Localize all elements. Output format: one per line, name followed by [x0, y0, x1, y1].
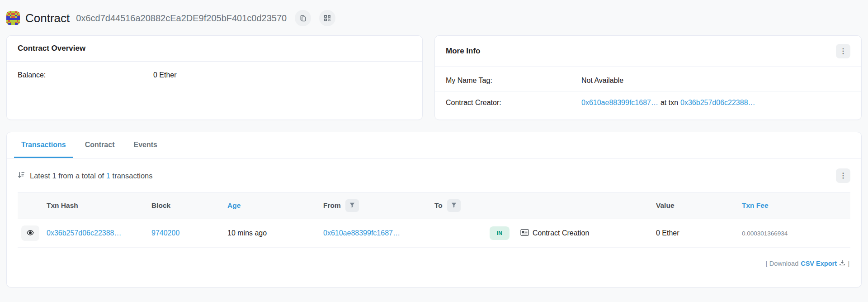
name-tag-row: My Name Tag: Not Available [435, 70, 861, 91]
kebab-icon: ⋮ [840, 172, 847, 179]
contract-creator-value: 0x610ae88399fc1687…at txn0x36b257d06c223… [581, 99, 755, 107]
creator-infix: at txn [660, 99, 678, 106]
age-toggle-link[interactable]: Age [227, 201, 241, 210]
block-link[interactable]: 9740200 [151, 229, 179, 237]
to-filter-button[interactable] [447, 199, 461, 212]
more-info-title: More Info [446, 47, 481, 56]
download-prefix: [ Download [766, 260, 799, 267]
cell-age: 10 mins ago [224, 223, 320, 244]
contract-overview-title: Contract Overview [18, 44, 85, 53]
top-cards-row: Contract Overview Balance: 0 Ether More … [6, 35, 862, 120]
more-info-body: My Name Tag: Not Available Contract Crea… [435, 67, 861, 116]
from-filter-button[interactable] [345, 199, 359, 212]
more-info-menu-button[interactable]: ⋮ [836, 44, 850, 58]
cell-txn-fee: 0.000301366934 [738, 224, 850, 243]
contract-address: 0x6cd7d44516a20882cEa2DE9f205bF401c0d235… [76, 13, 287, 24]
transactions-menu-button[interactable]: ⋮ [836, 168, 850, 183]
balance-value: 0 Ether [153, 71, 177, 79]
col-block: Block [148, 195, 224, 216]
download-suffix: ] [848, 260, 849, 267]
filter-funnel-icon [349, 202, 355, 209]
tab-events[interactable]: Events [126, 132, 164, 158]
contract-identicon [6, 11, 20, 25]
txn-hash-link[interactable]: 0x36b257d06c22388… [47, 229, 121, 237]
from-address-link[interactable]: 0x610ae88399fc1687… [323, 229, 400, 237]
summary-prefix: Latest 1 from a total of [30, 172, 104, 180]
qr-code-button[interactable] [319, 10, 335, 26]
transactions-summary-row: Latest 1 from a total of 1 transactions … [18, 168, 850, 183]
transactions-content: Latest 1 from a total of 1 transactions … [7, 158, 861, 267]
contract-creator-label: Contract Creator: [446, 99, 581, 107]
col-from-label: From [323, 201, 341, 210]
sort-amount-down-icon [18, 171, 25, 181]
tab-contract[interactable]: Contract [78, 132, 122, 158]
download-icon [839, 259, 845, 267]
direction-in-badge: IN [490, 226, 509, 240]
creator-txn-link[interactable]: 0x36b257d06c22388… [680, 99, 755, 106]
balance-row: Balance: 0 Ether [7, 64, 422, 86]
contract-overview-card: Contract Overview Balance: 0 Ether [6, 35, 423, 120]
eye-icon [27, 230, 34, 237]
col-age: Age [224, 195, 320, 216]
col-txn-fee: Txn Fee [738, 195, 850, 216]
contract-overview-header: Contract Overview [7, 36, 422, 62]
tab-bar: Transactions Contract Events [7, 132, 861, 158]
col-value: Value [652, 195, 738, 216]
csv-export-link[interactable]: CSV Export [801, 259, 845, 267]
more-info-header: More Info ⋮ [435, 36, 861, 67]
creator-address-link[interactable]: 0x610ae88399fc1687… [581, 99, 658, 106]
transactions-card: Transactions Contract Events Latest 1 fr… [6, 132, 862, 288]
tab-transactions[interactable]: Transactions [14, 132, 73, 158]
summary-text: Latest 1 from a total of 1 transactions [30, 172, 153, 180]
contract-note-icon [520, 229, 529, 238]
contract-creator-row: Contract Creator: 0x610ae88399fc1687…at … [435, 91, 861, 114]
contract-overview-body: Balance: 0 Ether [7, 62, 422, 89]
summary-count-link[interactable]: 1 [106, 172, 110, 180]
txn-fee-toggle-link[interactable]: Txn Fee [742, 201, 769, 210]
balance-label: Balance: [18, 71, 153, 79]
to-value: Contract Creation [533, 229, 589, 237]
cell-value: 0 Ether [652, 223, 738, 244]
blockie-icon [6, 11, 20, 25]
more-info-card: More Info ⋮ My Name Tag: Not Available C… [434, 35, 862, 120]
name-tag-label: My Name Tag: [446, 77, 581, 85]
col-to-label: To [434, 201, 443, 210]
col-txn-hash: Txn Hash [43, 195, 148, 216]
copy-icon [300, 15, 307, 22]
col-to: To [431, 192, 652, 219]
cell-from: 0x610ae88399fc1687… [320, 223, 486, 244]
cell-to: Contract Creation [517, 223, 652, 244]
transactions-table-header: Txn Hash Block Age From To [18, 192, 850, 219]
view-txn-details-button[interactable] [21, 225, 39, 241]
csv-export-label: CSV Export [801, 260, 837, 267]
page-title: Contract [25, 11, 70, 25]
transactions-summary: Latest 1 from a total of 1 transactions [18, 171, 153, 181]
copy-address-button[interactable] [295, 10, 311, 26]
download-row: [ Download CSV Export ] [18, 259, 850, 267]
transaction-row: 0x36b257d06c22388… 9740200 10 mins ago 0… [18, 219, 850, 248]
cell-direction: IN [486, 220, 517, 246]
qr-code-icon [324, 15, 330, 21]
row-actions [18, 219, 43, 247]
cell-txn-hash: 0x36b257d06c22388… [43, 223, 148, 244]
header-spacer [18, 199, 43, 212]
kebab-icon: ⋮ [840, 48, 847, 55]
filter-funnel-icon [451, 202, 457, 209]
cell-block: 9740200 [148, 223, 224, 244]
summary-suffix: transactions [113, 172, 153, 180]
name-tag-value: Not Available [581, 77, 623, 85]
page-header: Contract 0x6cd7d44516a20882cEa2DE9f205bF… [0, 0, 868, 34]
